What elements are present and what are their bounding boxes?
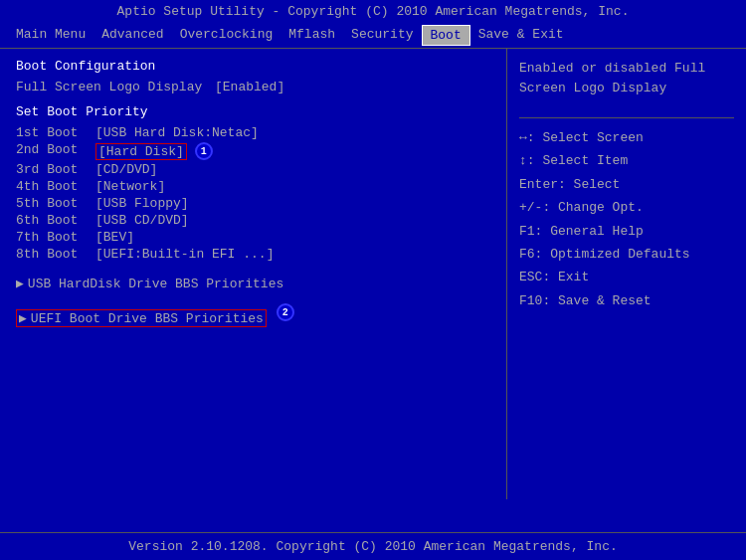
title-bar: Aptio Setup Utility - Copyright (C) 2010… [0, 0, 746, 23]
boot-row-7: 7th Boot[BEV] [16, 230, 490, 245]
boot-label-6: 6th Boot [16, 213, 95, 228]
usb-bbs-arrow: ▶ [16, 276, 24, 291]
boot-row-5: 5th Boot[USB Floppy] [16, 196, 490, 211]
main-content: Boot Configuration Full Screen Logo Disp… [0, 49, 746, 499]
boot-row-3: 3rd Boot[CD/DVD] [16, 162, 490, 177]
boot-value-2[interactable]: [Hard Disk] [95, 143, 187, 160]
boot-label-3: 3rd Boot [16, 162, 95, 177]
boot-label-8: 8th Boot [16, 247, 95, 262]
annotation-2: 2 [277, 303, 294, 321]
boot-row-1: 1st Boot[USB Hard Disk:Netac] [16, 125, 490, 140]
bottom-bar: Version 2.10.1208. Copyright (C) 2010 Am… [0, 532, 746, 560]
usb-harddisk-bbs-link[interactable]: ▶ USB HardDisk Drive BBS Priorities [16, 276, 490, 291]
menu-item-security[interactable]: Security [343, 25, 421, 46]
boot-label-2: 2nd Boot [16, 142, 95, 160]
uefi-bbs-wrap: ▶ UEFI Boot Drive BBS Priorities 2 [16, 297, 490, 327]
boot-value-8: [UEFI:Built-in EFI ...] [95, 247, 274, 262]
boot-value-6: [USB CD/DVD] [95, 213, 189, 228]
boot-label-4: 4th Boot [16, 179, 95, 194]
boot-value-7: [BEV] [95, 230, 134, 245]
boot-row-8: 8th Boot[UEFI:Built-in EFI ...] [16, 247, 490, 262]
shortcut-list: ↔: Select Screen↕: Select ItemEnter: Sel… [519, 126, 734, 312]
annotation-1: 1 [195, 142, 213, 160]
boot-config-title: Boot Configuration [16, 59, 490, 74]
shortcut-1: ↕: Select Item [519, 149, 734, 172]
boot-value-5: [USB Floppy] [95, 196, 189, 211]
boot-label-5: 5th Boot [16, 196, 95, 211]
help-line1: Enabled or disabled Full [519, 61, 705, 76]
priority-links-container: ▶ USB HardDisk Drive BBS Priorities ▶ UE… [16, 276, 490, 327]
uefi-bbs-label: UEFI Boot Drive BBS Priorities [31, 311, 264, 326]
uefi-bbs-arrow: ▶ [19, 310, 27, 326]
usb-bbs-label: USB HardDisk Drive BBS Priorities [28, 277, 283, 291]
boot-label-1: 1st Boot [16, 125, 95, 140]
shortcut-3: +/-: Change Opt. [519, 196, 734, 219]
menu-bar: Main MenuAdvancedOverclockingMflashSecur… [0, 23, 746, 49]
uefi-boot-drive-bbs-link[interactable]: ▶ UEFI Boot Drive BBS Priorities [16, 309, 267, 327]
boot-row-4: 4th Boot[Network] [16, 179, 490, 194]
footer-text: Version 2.10.1208. Copyright (C) 2010 Am… [128, 539, 617, 554]
shortcut-7: F10: Save & Reset [519, 289, 734, 312]
divider [519, 117, 734, 118]
menu-item-save-&-exit[interactable]: Save & Exit [470, 25, 572, 46]
boot-value-1: [USB Hard Disk:Netac] [95, 125, 259, 140]
help-text: Enabled or disabled Full Screen Logo Dis… [519, 59, 734, 97]
menu-item-advanced[interactable]: Advanced [93, 25, 171, 46]
right-panel: Enabled or disabled Full Screen Logo Dis… [507, 49, 746, 499]
shortcut-4: F1: General Help [519, 220, 734, 243]
boot-value-4: [Network] [95, 179, 165, 194]
help-line2: Screen Logo Display [519, 81, 666, 95]
set-boot-priority-title: Set Boot Priority [16, 104, 490, 119]
boot-priority-section: Set Boot Priority 1st Boot[USB Hard Disk… [16, 104, 490, 262]
full-screen-logo-value: [Enabled] [215, 80, 284, 94]
full-screen-logo-label: Full Screen Logo Display [16, 80, 215, 94]
boot-row-2: 2nd Boot[Hard Disk]1 [16, 142, 490, 160]
boot-row-6: 6th Boot[USB CD/DVD] [16, 213, 490, 228]
shortcut-6: ESC: Exit [519, 266, 734, 288]
boot-rows-container: 1st Boot[USB Hard Disk:Netac]2nd Boot[Ha… [16, 125, 490, 262]
shortcut-5: F6: Optimized Defaults [519, 243, 734, 266]
title-text: Aptio Setup Utility - Copyright (C) 2010… [117, 4, 630, 19]
shortcut-2: Enter: Select [519, 173, 734, 196]
menu-item-main-menu[interactable]: Main Menu [8, 25, 93, 46]
menu-item-boot[interactable]: Boot [422, 25, 470, 46]
menu-item-overclocking[interactable]: Overclocking [172, 25, 281, 46]
full-screen-logo-row: Full Screen Logo Display [Enabled] [16, 80, 490, 94]
boot-value-3: [CD/DVD] [95, 162, 157, 177]
shortcut-0: ↔: Select Screen [519, 126, 734, 149]
boot-label-7: 7th Boot [16, 230, 95, 245]
menu-item-mflash[interactable]: Mflash [280, 25, 343, 46]
left-panel: Boot Configuration Full Screen Logo Disp… [0, 49, 507, 499]
